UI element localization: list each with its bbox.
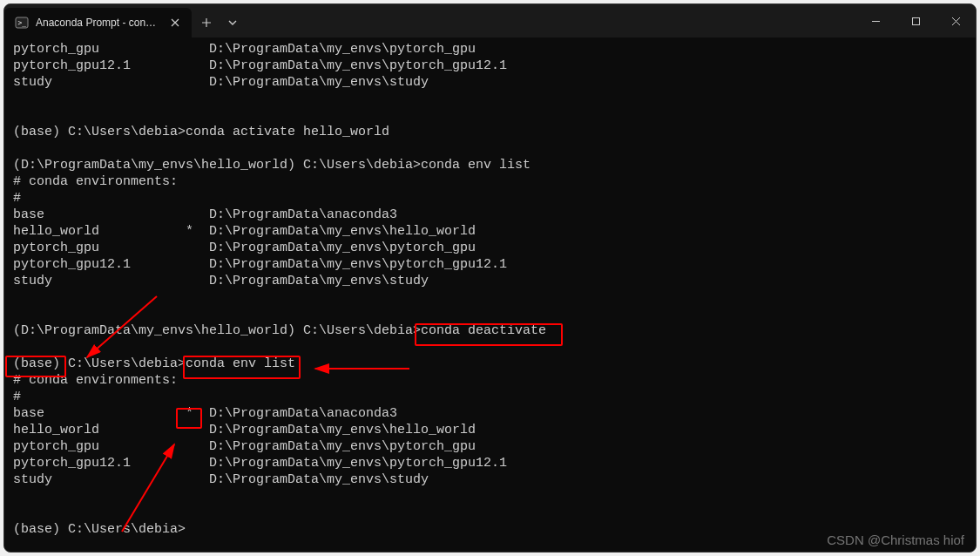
terminal-line (13, 339, 967, 356)
terminal-line: # (13, 190, 967, 207)
close-button[interactable] (936, 4, 976, 37)
terminal-icon: >_ (15, 16, 29, 30)
terminal-line: pytorch_gpu D:\ProgramData\my_envs\pytor… (13, 240, 967, 256)
terminal-line: study D:\ProgramData\my_envs\study (13, 273, 967, 289)
terminal-line: hello_world D:\ProgramData\my_envs\hello… (13, 422, 967, 438)
titlebar[interactable]: >_ Anaconda Prompt - conda de (4, 4, 976, 37)
close-tab-button[interactable] (167, 15, 183, 31)
terminal-line: study D:\ProgramData\my_envs\study (13, 74, 967, 91)
titlebar-drag-area[interactable] (244, 4, 855, 37)
terminal-line: pytorch_gpu12.1 D:\ProgramData\my_envs\p… (13, 58, 967, 74)
terminal-line: base D:\ProgramData\anaconda3 (13, 207, 967, 223)
terminal-window: >_ Anaconda Prompt - conda de (3, 3, 977, 553)
terminal-line: (D:\ProgramData\my_envs\hello_world) C:\… (13, 157, 967, 173)
terminal-line: pytorch_gpu12.1 D:\ProgramData\my_envs\p… (13, 455, 967, 471)
terminal-line: # conda environments: (13, 372, 967, 389)
window-controls (855, 4, 976, 37)
terminal-line: study D:\ProgramData\my_envs\study (13, 471, 967, 488)
maximize-button[interactable] (896, 4, 936, 37)
terminal-line: base * D:\ProgramData\anaconda3 (13, 405, 967, 422)
tab-dropdown-button[interactable] (221, 8, 244, 37)
watermark: CSDN @Christmas hiof (827, 532, 964, 547)
terminal-line: (base) C:\Users\debia>conda activate hel… (13, 124, 967, 140)
active-tab[interactable]: >_ Anaconda Prompt - conda de (4, 8, 192, 37)
terminal-line: (base) C:\Users\debia>conda env list (13, 356, 967, 372)
terminal-content[interactable]: pytorch_gpu D:\ProgramData\my_envs\pytor… (4, 37, 976, 552)
terminal-line: pytorch_gpu12.1 D:\ProgramData\my_envs\p… (13, 256, 967, 273)
terminal-line (13, 91, 967, 107)
terminal-line: pytorch_gpu D:\ProgramData\my_envs\pytor… (13, 41, 967, 58)
terminal-line (13, 505, 967, 521)
terminal-line (13, 306, 967, 322)
terminal-line: # conda environments: (13, 173, 967, 190)
terminal-line (13, 488, 967, 505)
terminal-line: (D:\ProgramData\my_envs\hello_world) C:\… (13, 322, 967, 339)
terminal-line: (base) C:\Users\debia> (13, 521, 967, 538)
new-tab-button[interactable] (192, 8, 221, 37)
terminal-line (13, 289, 967, 306)
svg-rect-2 (912, 17, 919, 24)
svg-text:>_: >_ (18, 19, 27, 27)
minimize-button[interactable] (855, 4, 896, 37)
tab-title: Anaconda Prompt - conda de (36, 17, 160, 29)
terminal-line: hello_world * D:\ProgramData\my_envs\hel… (13, 223, 967, 240)
terminal-line (13, 140, 967, 157)
terminal-line (13, 107, 967, 124)
terminal-line: # (13, 389, 967, 405)
terminal-line: pytorch_gpu D:\ProgramData\my_envs\pytor… (13, 438, 967, 455)
